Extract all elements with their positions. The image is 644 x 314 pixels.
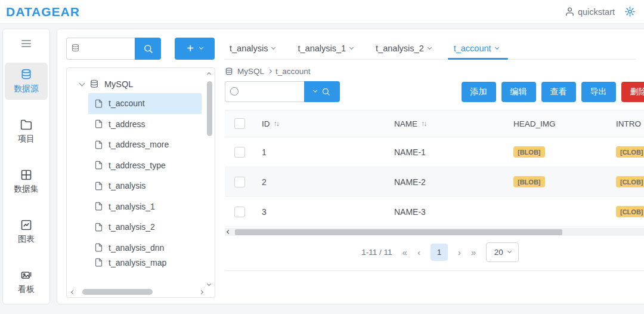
keyword-search-button[interactable] — [304, 81, 340, 102]
condition-icon — [230, 87, 239, 96]
database-icon — [225, 67, 233, 76]
scroll-down-icon[interactable] — [207, 282, 211, 286]
scroll-left-icon[interactable] — [227, 230, 231, 234]
user-menu[interactable]: quickstart — [565, 7, 615, 17]
row-checkbox[interactable] — [234, 177, 245, 187]
select-all-checkbox[interactable] — [234, 118, 245, 129]
tree-item-table[interactable]: t_address_more — [88, 134, 202, 155]
tree-horizontal-scrollbar[interactable] — [69, 288, 204, 295]
file-icon — [94, 161, 103, 170]
tree-node-mysql[interactable]: MySQL — [67, 75, 215, 93]
folder-icon — [20, 119, 32, 131]
column-header-id[interactable]: ID — [262, 119, 270, 128]
tree-item-label: t_analysis_dnn — [109, 243, 164, 253]
prev-page-button[interactable]: ‹ — [417, 247, 420, 257]
tab-label: t_analysis — [230, 44, 268, 53]
chevron-down-icon — [313, 88, 317, 93]
file-icon — [94, 243, 103, 252]
tree-item-table[interactable]: t_account — [88, 93, 202, 114]
file-icon — [94, 223, 103, 232]
blob-badge: [BLOB] — [513, 176, 545, 187]
module-rail: 数据源 项目 数据集 图表 看板 — [2, 29, 50, 304]
search-icon — [321, 87, 330, 96]
cell-name: NAME-2 — [394, 177, 426, 187]
breadcrumb-datasource[interactable]: MySQL — [237, 67, 264, 76]
settings-gear-icon[interactable] — [624, 6, 636, 17]
scroll-up-icon[interactable] — [207, 72, 211, 76]
grid-horizontal-scrollbar[interactable] — [225, 228, 644, 236]
workspace: 数据源 项目 数据集 图表 看板 — [0, 24, 644, 314]
column-header-intro[interactable]: INTRO — [616, 119, 641, 128]
tab-t-account[interactable]: t_account — [454, 38, 499, 59]
clob-badge: [CLOB] — [616, 206, 644, 217]
datasource-search-button[interactable] — [135, 38, 161, 60]
database-icon — [89, 79, 99, 89]
scroll-right-icon[interactable] — [199, 290, 203, 294]
tree-item-table[interactable]: t_analysis_1 — [88, 196, 202, 217]
tree-item-table[interactable]: t_analysis_2 — [88, 217, 202, 238]
chevron-down-icon[interactable] — [428, 45, 432, 49]
collapse-menu-icon[interactable] — [19, 38, 33, 50]
add-button[interactable]: 添加 — [462, 82, 496, 102]
rail-item-project[interactable]: 项目 — [5, 113, 48, 150]
file-icon — [94, 181, 103, 190]
database-icon — [20, 69, 32, 81]
chevron-down-icon — [507, 249, 512, 253]
column-header-head-img[interactable]: HEAD_IMG — [513, 119, 556, 128]
tree-item-table[interactable]: t_analysis_map — [88, 258, 202, 271]
cell-id: 1 — [262, 147, 267, 157]
breadcrumb: MySQL t_account — [225, 67, 644, 76]
tree-item-label: t_address_type — [109, 161, 166, 170]
export-button[interactable]: 导出 — [581, 82, 616, 102]
rail-item-dataset[interactable]: 数据集 — [5, 163, 48, 200]
table-row[interactable]: 3 NAME-3 [CLOB] — [225, 197, 644, 227]
current-page-button[interactable]: 1 — [431, 244, 448, 261]
rail-label: 项目 — [18, 134, 35, 144]
add-datasource-split-button[interactable]: + — [175, 38, 215, 60]
column-header-name[interactable]: NAME — [394, 119, 417, 128]
data-toolbar: 添加 编辑 查看 导出 删除 — [225, 81, 644, 102]
scroll-left-icon[interactable] — [71, 290, 75, 294]
clob-badge: [CLOB] — [616, 176, 644, 187]
data-grid: ID ↑↓ NAME ↑↓ HEAD_IMG INTRO 1 NAME-1 [B… — [225, 110, 644, 227]
tree-item-table[interactable]: t_analysis — [88, 176, 202, 196]
tree-item-table[interactable]: t_analysis_dnn — [88, 238, 202, 258]
tree-item-label: t_analysis — [109, 181, 145, 190]
tab-t-analysis[interactable]: t_analysis — [230, 38, 275, 59]
pagination-range: 1-11 / 11 — [361, 248, 392, 257]
tab-t-analysis-2[interactable]: t_analysis_2 — [376, 38, 431, 59]
edit-button[interactable]: 编辑 — [501, 82, 536, 102]
row-checkbox[interactable] — [234, 147, 245, 158]
chevron-down-icon[interactable] — [349, 45, 354, 49]
tree-item-label: t_address — [109, 119, 145, 129]
view-button[interactable]: 查看 — [541, 82, 576, 102]
tab-label: t_analysis_1 — [298, 44, 346, 53]
rail-item-chart[interactable]: 图表 — [5, 213, 48, 250]
rail-item-datasource[interactable]: 数据源 — [5, 63, 48, 100]
tree-item-label: t_address_more — [109, 140, 169, 149]
last-page-button[interactable]: » — [471, 247, 476, 257]
table-row[interactable]: 1 NAME-1 [BLOB] [CLOB] — [225, 137, 644, 167]
sort-icon[interactable]: ↑↓ — [274, 119, 279, 128]
user-icon — [565, 7, 575, 17]
page-size-select[interactable]: 20 — [486, 242, 519, 262]
chevron-down-icon[interactable] — [495, 45, 499, 49]
tree-item-table[interactable]: t_address — [88, 114, 202, 135]
chevron-down-icon[interactable] — [271, 45, 275, 49]
rail-item-dashboard[interactable]: 看板 — [5, 263, 48, 300]
tab-label: t_account — [454, 44, 491, 53]
tab-t-analysis-1[interactable]: t_analysis_1 — [298, 38, 353, 59]
next-page-button[interactable]: › — [458, 247, 461, 257]
tabs-scroll-right-button[interactable] — [636, 38, 644, 60]
tree-item-label: t_account — [109, 98, 145, 108]
database-icon — [71, 44, 80, 53]
sort-icon[interactable]: ↑↓ — [421, 119, 426, 128]
tree-item-table[interactable]: t_address_type — [88, 155, 202, 176]
row-checkbox[interactable] — [234, 207, 245, 217]
tree-vertical-scrollbar[interactable] — [206, 72, 213, 285]
delete-button[interactable]: 删除 — [621, 82, 644, 102]
table-workspace: t_analysis t_analysis_1 t_analysis_2 t_a… — [225, 38, 644, 298]
tab-label: t_analysis_2 — [376, 44, 424, 53]
table-row[interactable]: 2 NAME-2 [BLOB] [CLOB] — [225, 167, 644, 197]
first-page-button[interactable]: « — [402, 247, 407, 257]
